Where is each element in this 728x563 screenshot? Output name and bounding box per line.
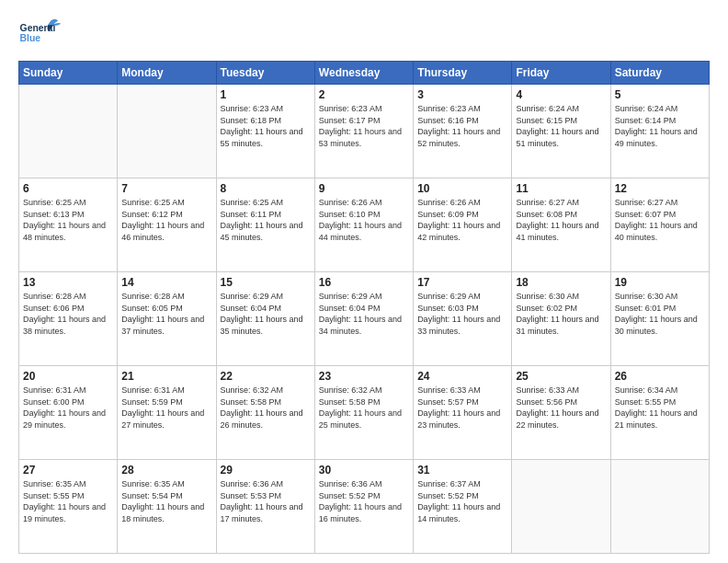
weekday-tuesday: Tuesday	[216, 62, 314, 85]
day-number: 9	[319, 182, 409, 195]
day-info: Sunrise: 6:23 AMSunset: 6:17 PMDaylight:…	[319, 103, 409, 149]
calendar-cell: 14Sunrise: 6:28 AMSunset: 6:05 PMDayligh…	[118, 272, 216, 366]
weekday-thursday: Thursday	[414, 62, 512, 85]
calendar-cell: 18Sunrise: 6:30 AMSunset: 6:02 PMDayligh…	[512, 272, 610, 366]
calendar-cell: 21Sunrise: 6:31 AMSunset: 5:59 PMDayligh…	[118, 366, 216, 460]
weekday-header-row: SundayMondayTuesdayWednesdayThursdayFrid…	[19, 62, 710, 85]
calendar-cell: 30Sunrise: 6:36 AMSunset: 5:52 PMDayligh…	[314, 460, 413, 554]
day-info: Sunrise: 6:32 AMSunset: 5:58 PMDaylight:…	[319, 385, 409, 431]
day-info: Sunrise: 6:24 AMSunset: 6:14 PMDaylight:…	[615, 103, 705, 149]
calendar-cell: 8Sunrise: 6:25 AMSunset: 6:11 PMDaylight…	[216, 178, 314, 272]
day-number: 20	[23, 370, 113, 383]
day-number: 7	[121, 182, 211, 195]
day-number: 15	[221, 276, 311, 289]
day-info: Sunrise: 6:29 AMSunset: 6:04 PMDaylight:…	[319, 291, 409, 337]
day-number: 12	[615, 182, 705, 195]
calendar-cell: 1Sunrise: 6:23 AMSunset: 6:18 PMDaylight…	[216, 85, 314, 178]
day-number: 29	[221, 464, 311, 477]
calendar-cell: 22Sunrise: 6:32 AMSunset: 5:58 PMDayligh…	[216, 366, 314, 460]
day-number: 3	[417, 88, 507, 101]
calendar-cell: 28Sunrise: 6:35 AMSunset: 5:54 PMDayligh…	[118, 460, 216, 554]
day-number: 17	[417, 276, 507, 289]
week-row-3: 13Sunrise: 6:28 AMSunset: 6:06 PMDayligh…	[19, 272, 710, 366]
day-number: 19	[615, 276, 705, 289]
calendar-cell: 11Sunrise: 6:27 AMSunset: 6:08 PMDayligh…	[512, 178, 610, 272]
calendar-cell: 2Sunrise: 6:23 AMSunset: 6:17 PMDaylight…	[314, 85, 413, 178]
calendar-cell: 15Sunrise: 6:29 AMSunset: 6:04 PMDayligh…	[216, 272, 314, 366]
day-number: 26	[615, 370, 705, 383]
week-row-1: 1Sunrise: 6:23 AMSunset: 6:18 PMDaylight…	[19, 85, 710, 178]
weekday-monday: Monday	[118, 62, 216, 85]
day-info: Sunrise: 6:29 AMSunset: 6:03 PMDaylight:…	[417, 291, 507, 337]
calendar-table: SundayMondayTuesdayWednesdayThursdayFrid…	[18, 61, 710, 554]
day-number: 2	[319, 88, 409, 101]
day-info: Sunrise: 6:31 AMSunset: 5:59 PMDaylight:…	[121, 385, 211, 431]
week-row-4: 20Sunrise: 6:31 AMSunset: 6:00 PMDayligh…	[19, 366, 710, 460]
day-number: 4	[516, 88, 606, 101]
page: General Blue SundayMondayTuesdayWednesda…	[0, 0, 728, 563]
week-row-2: 6Sunrise: 6:25 AMSunset: 6:13 PMDaylight…	[19, 178, 710, 272]
day-number: 11	[516, 182, 606, 195]
logo-icon: General Blue	[18, 15, 63, 52]
day-info: Sunrise: 6:26 AMSunset: 6:10 PMDaylight:…	[319, 197, 409, 243]
calendar-cell: 17Sunrise: 6:29 AMSunset: 6:03 PMDayligh…	[414, 272, 512, 366]
weekday-friday: Friday	[512, 62, 610, 85]
day-info: Sunrise: 6:34 AMSunset: 5:55 PMDaylight:…	[615, 385, 705, 431]
logo: General Blue	[18, 15, 63, 52]
day-info: Sunrise: 6:37 AMSunset: 5:52 PMDaylight:…	[417, 478, 507, 524]
day-info: Sunrise: 6:25 AMSunset: 6:13 PMDaylight:…	[23, 197, 113, 243]
day-number: 24	[417, 370, 507, 383]
day-info: Sunrise: 6:31 AMSunset: 6:00 PMDaylight:…	[23, 385, 113, 431]
day-info: Sunrise: 6:27 AMSunset: 6:08 PMDaylight:…	[516, 197, 606, 243]
calendar-cell: 6Sunrise: 6:25 AMSunset: 6:13 PMDaylight…	[19, 178, 118, 272]
calendar-cell	[118, 85, 216, 178]
day-number: 23	[319, 370, 409, 383]
header: General Blue	[18, 15, 710, 52]
day-number: 22	[221, 370, 311, 383]
calendar-cell: 20Sunrise: 6:31 AMSunset: 6:00 PMDayligh…	[19, 366, 118, 460]
weekday-wednesday: Wednesday	[314, 62, 413, 85]
calendar-cell: 16Sunrise: 6:29 AMSunset: 6:04 PMDayligh…	[314, 272, 413, 366]
day-info: Sunrise: 6:25 AMSunset: 6:12 PMDaylight:…	[121, 197, 211, 243]
calendar-cell	[19, 85, 118, 178]
calendar-cell: 29Sunrise: 6:36 AMSunset: 5:53 PMDayligh…	[216, 460, 314, 554]
day-number: 31	[417, 464, 507, 477]
day-number: 6	[23, 182, 113, 195]
calendar-cell: 13Sunrise: 6:28 AMSunset: 6:06 PMDayligh…	[19, 272, 118, 366]
calendar-cell	[512, 460, 610, 554]
calendar-cell: 23Sunrise: 6:32 AMSunset: 5:58 PMDayligh…	[314, 366, 413, 460]
calendar-cell: 19Sunrise: 6:30 AMSunset: 6:01 PMDayligh…	[610, 272, 709, 366]
calendar-cell: 24Sunrise: 6:33 AMSunset: 5:57 PMDayligh…	[414, 366, 512, 460]
calendar-cell: 9Sunrise: 6:26 AMSunset: 6:10 PMDaylight…	[314, 178, 413, 272]
day-number: 14	[121, 276, 211, 289]
day-info: Sunrise: 6:33 AMSunset: 5:57 PMDaylight:…	[417, 385, 507, 431]
day-number: 16	[319, 276, 409, 289]
day-info: Sunrise: 6:29 AMSunset: 6:04 PMDaylight:…	[221, 291, 311, 337]
calendar-cell: 10Sunrise: 6:26 AMSunset: 6:09 PMDayligh…	[414, 178, 512, 272]
week-row-5: 27Sunrise: 6:35 AMSunset: 5:55 PMDayligh…	[19, 460, 710, 554]
day-info: Sunrise: 6:36 AMSunset: 5:53 PMDaylight:…	[221, 478, 311, 524]
weekday-saturday: Saturday	[610, 62, 709, 85]
day-number: 28	[121, 464, 211, 477]
day-number: 27	[23, 464, 113, 477]
day-info: Sunrise: 6:30 AMSunset: 6:01 PMDaylight:…	[615, 291, 705, 337]
day-info: Sunrise: 6:24 AMSunset: 6:15 PMDaylight:…	[516, 103, 606, 149]
day-info: Sunrise: 6:32 AMSunset: 5:58 PMDaylight:…	[221, 385, 311, 431]
calendar-cell: 25Sunrise: 6:33 AMSunset: 5:56 PMDayligh…	[512, 366, 610, 460]
day-info: Sunrise: 6:28 AMSunset: 6:05 PMDaylight:…	[121, 291, 211, 337]
day-number: 21	[121, 370, 211, 383]
calendar-cell	[610, 460, 709, 554]
day-info: Sunrise: 6:35 AMSunset: 5:54 PMDaylight:…	[121, 478, 211, 524]
day-number: 18	[516, 276, 606, 289]
calendar-cell: 31Sunrise: 6:37 AMSunset: 5:52 PMDayligh…	[414, 460, 512, 554]
day-info: Sunrise: 6:23 AMSunset: 6:18 PMDaylight:…	[221, 103, 311, 149]
day-number: 30	[319, 464, 409, 477]
day-number: 10	[417, 182, 507, 195]
day-number: 5	[615, 88, 705, 101]
day-info: Sunrise: 6:25 AMSunset: 6:11 PMDaylight:…	[221, 197, 311, 243]
day-number: 13	[23, 276, 113, 289]
day-info: Sunrise: 6:27 AMSunset: 6:07 PMDaylight:…	[615, 197, 705, 243]
day-number: 8	[221, 182, 311, 195]
day-info: Sunrise: 6:33 AMSunset: 5:56 PMDaylight:…	[516, 385, 606, 431]
day-info: Sunrise: 6:26 AMSunset: 6:09 PMDaylight:…	[417, 197, 507, 243]
